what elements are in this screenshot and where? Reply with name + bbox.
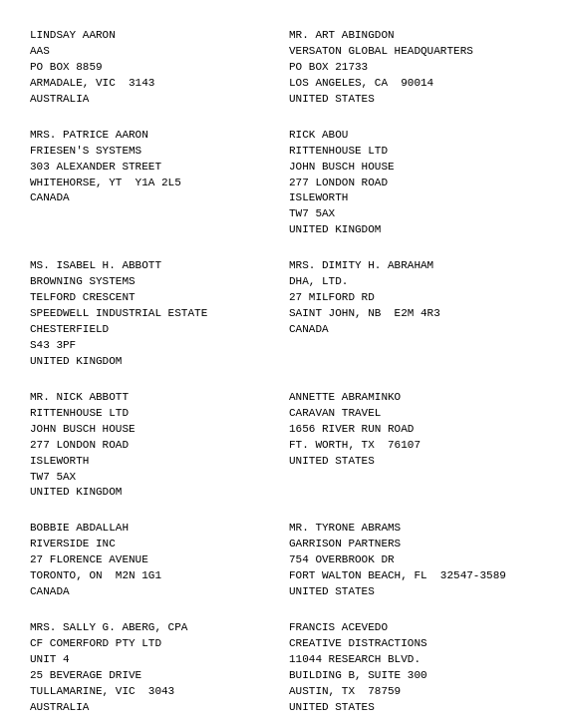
entry-line: SPEEDWELL INDUSTRIAL ESTATE bbox=[30, 306, 273, 322]
entry-lindsay-aaron: LINDSAY AARONAASPO BOX 8859ARMADALE, VIC… bbox=[22, 18, 281, 118]
entry-line: RITTENHOUSE LTD bbox=[30, 406, 273, 422]
entry-rick-abou: RICK ABOURITTENHOUSE LTDJOHN BUSCH HOUSE… bbox=[281, 118, 540, 249]
entry-line: AUSTRALIA bbox=[30, 92, 273, 108]
entry-line: FORT WALTON BEACH, FL 32547-3589 bbox=[289, 568, 532, 584]
entry-line: LOS ANGELES, CA 90014 bbox=[289, 76, 532, 92]
entry-line: ISLEWORTH bbox=[289, 190, 532, 206]
entry-line: BROWNING SYSTEMS bbox=[30, 274, 273, 290]
entry-line: CANADA bbox=[289, 322, 532, 338]
entry-line: ANNETTE ABRAMINKO bbox=[289, 390, 532, 406]
entry-line: TELFORD CRESCENT bbox=[30, 290, 273, 306]
entry-line: LINDSAY AARON bbox=[30, 28, 273, 44]
entry-line: DHA, LTD. bbox=[289, 274, 532, 290]
entry-line: ARMADALE, VIC 3143 bbox=[30, 76, 273, 92]
entry-line: TW7 5AX bbox=[289, 206, 532, 222]
entry-line: TULLAMARINE, VIC 3043 bbox=[30, 684, 273, 700]
entry-line: ISLEWORTH bbox=[30, 454, 273, 470]
entry-line: UNITED STATES bbox=[289, 584, 532, 600]
entry-line: MR. NICK ABBOTT bbox=[30, 390, 273, 406]
entry-line: CANADA bbox=[30, 584, 273, 600]
entry-line: 27 MILFORD RD bbox=[289, 290, 532, 306]
entry-line: UNITED STATES bbox=[289, 454, 532, 470]
entry-line: 754 OVERBROOK DR bbox=[289, 552, 532, 568]
entry-art-abingdon: MR. ART ABINGDONVERSATON GLOBAL HEADQUAR… bbox=[281, 18, 540, 118]
entry-line: MR. ART ABINGDON bbox=[289, 28, 532, 44]
entry-line: MR. TYRONE ABRAMS bbox=[289, 521, 532, 537]
entry-line: GARRISON PARTNERS bbox=[289, 537, 532, 552]
entry-line: CARAVAN TRAVEL bbox=[289, 406, 532, 422]
entry-line: CF COMERFORD PTY LTD bbox=[30, 636, 273, 652]
entry-line: 11044 RESEARCH BLVD. bbox=[289, 652, 532, 668]
entry-line: CHESTERFIELD bbox=[30, 322, 273, 338]
entry-line: 277 LONDON ROAD bbox=[289, 176, 532, 191]
entry-line: MRS. PATRICE AARON bbox=[30, 128, 273, 144]
entry-francis-acevedo: FRANCIS ACEVEDOCREATIVE DISTRACTIONS1104… bbox=[281, 610, 540, 726]
entry-line: VERSATON GLOBAL HEADQUARTERS bbox=[289, 44, 532, 60]
entry-patrice-aaron: MRS. PATRICE AARONFRIESEN'S SYSTEMS303 A… bbox=[22, 118, 281, 249]
entry-line: RIVERSIDE INC bbox=[30, 537, 273, 552]
entry-line: AUSTRALIA bbox=[30, 700, 273, 716]
entry-line: S43 3PF bbox=[30, 338, 273, 354]
entry-line: UNITED KINGDOM bbox=[30, 485, 273, 501]
entry-line: CANADA bbox=[30, 190, 273, 206]
entry-line: 25 BEVERAGE DRIVE bbox=[30, 668, 273, 684]
entry-line: UNITED STATES bbox=[289, 700, 532, 716]
entry-line: 277 LONDON ROAD bbox=[30, 438, 273, 454]
entry-line: UNITED KINGDOM bbox=[30, 354, 273, 370]
entry-line: 27 FLORENCE AVENUE bbox=[30, 552, 273, 568]
entry-line: PO BOX 8859 bbox=[30, 60, 273, 76]
entry-line: UNITED KINGDOM bbox=[289, 222, 532, 238]
entry-line: BUILDING B, SUITE 300 bbox=[289, 668, 532, 684]
entry-line: FRANCIS ACEVEDO bbox=[289, 620, 532, 636]
entry-line: 303 ALEXANDER STREET bbox=[30, 160, 273, 176]
entry-line: CREATIVE DISTRACTIONS bbox=[289, 636, 532, 652]
entry-dimity-abraham: MRS. DIMITY H. ABRAHAMDHA, LTD.27 MILFOR… bbox=[281, 248, 540, 380]
entry-line: UNIT 4 bbox=[30, 652, 273, 668]
entry-isabel-abbott: MS. ISABEL H. ABBOTTBROWNING SYSTEMSTELF… bbox=[22, 248, 281, 380]
entry-line: AAS bbox=[30, 44, 273, 60]
entry-line: JOHN BUSCH HOUSE bbox=[289, 160, 532, 176]
entry-line: FT. WORTH, TX 76107 bbox=[289, 438, 532, 454]
entry-line: UNITED STATES bbox=[289, 92, 532, 108]
entry-line: 1656 RIVER RUN ROAD bbox=[289, 422, 532, 438]
entry-line: WHITEHORSE, YT Y1A 2L5 bbox=[30, 176, 273, 191]
entry-line: MRS. SALLY G. ABERG, CPA bbox=[30, 620, 273, 636]
entry-line: AUSTIN, TX 78759 bbox=[289, 684, 532, 700]
entry-line: MS. ISABEL H. ABBOTT bbox=[30, 258, 273, 274]
entry-line: JOHN BUSCH HOUSE bbox=[30, 422, 273, 438]
entry-nick-abbott: MR. NICK ABBOTTRITTENHOUSE LTDJOHN BUSCH… bbox=[22, 380, 281, 512]
entry-line: SAINT JOHN, NB E2M 4R3 bbox=[289, 306, 532, 322]
entry-sally-aberg: MRS. SALLY G. ABERG, CPACF COMERFORD PTY… bbox=[22, 610, 281, 726]
entry-line: PO BOX 21733 bbox=[289, 60, 532, 76]
entry-annette-abraminko: ANNETTE ABRAMINKOCARAVAN TRAVEL1656 RIVE… bbox=[281, 380, 540, 512]
entry-line: BOBBIE ABDALLAH bbox=[30, 521, 273, 537]
entry-line: TORONTO, ON M2N 1G1 bbox=[30, 568, 273, 584]
entry-line: RITTENHOUSE LTD bbox=[289, 144, 532, 160]
entry-line: RICK ABOU bbox=[289, 128, 532, 144]
entry-tyrone-abrams: MR. TYRONE ABRAMSGARRISON PARTNERS754 OV… bbox=[281, 511, 540, 610]
entry-line: TW7 5AX bbox=[30, 470, 273, 486]
entry-line: FRIESEN'S SYSTEMS bbox=[30, 144, 273, 160]
entry-line: MRS. DIMITY H. ABRAHAM bbox=[289, 258, 532, 274]
entries-grid: LINDSAY AARONAASPO BOX 8859ARMADALE, VIC… bbox=[22, 18, 540, 728]
entry-bobbie-abdallah: BOBBIE ABDALLAHRIVERSIDE INC27 FLORENCE … bbox=[22, 511, 281, 610]
